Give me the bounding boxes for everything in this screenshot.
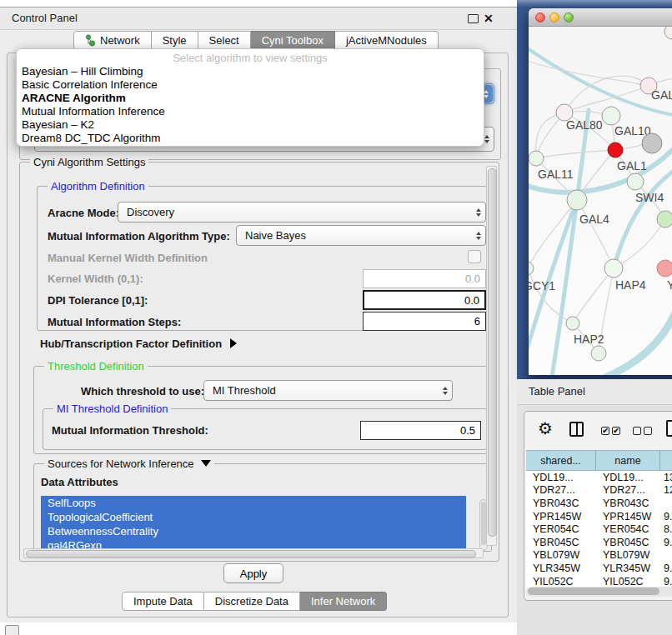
screenshot-root: Control Panel ✕ Network Style Select: [0, 0, 672, 635]
tab-label: Impute Data: [133, 595, 193, 608]
network-node[interactable]: [608, 142, 623, 158]
table-toolbar: ⚙ ✔ ✔: [524, 412, 672, 448]
network-edge[interactable]: [529, 60, 649, 86]
network-node[interactable]: [657, 211, 672, 228]
which-threshold-label: Which threshold to use:: [81, 385, 204, 398]
dpi-tolerance-input[interactable]: [363, 290, 486, 310]
document-icon[interactable]: [666, 420, 672, 437]
tab-cyni-toolbox[interactable]: Cyni Toolbox: [251, 31, 335, 50]
network-node[interactable]: [602, 107, 620, 125]
network-node[interactable]: [604, 259, 623, 278]
table-row[interactable]: YIL052CYIL052C9.: [526, 575, 672, 588]
gear-icon[interactable]: ⚙: [538, 418, 553, 438]
table-cell: YIL052C: [596, 576, 660, 588]
column-header[interactable]: [660, 451, 672, 470]
table-row[interactable]: YLR345WYLR345W9.: [526, 562, 672, 575]
select-all-checkbox-icon[interactable]: ✔: [601, 427, 609, 435]
close-icon[interactable]: ✕: [484, 11, 494, 26]
mi-threshold-input[interactable]: [360, 421, 481, 440]
data-attribute-option[interactable]: TopologicalCoefficient: [41, 510, 466, 524]
select-all-checkbox-icon: ✔: [612, 427, 620, 435]
control-panel-title: Control Panel: [12, 8, 78, 29]
data-attributes-label: Data Attributes: [41, 476, 118, 488]
table-horizontal-scrollbar[interactable]: [526, 587, 672, 597]
algorithm-definition-group: Algorithm Definition Aracne Mode: Discov…: [37, 186, 492, 331]
control-panel-tabs: Network Style Select Cyni Toolbox jActiv…: [73, 31, 439, 50]
tab-infer-network[interactable]: Infer Network: [300, 592, 387, 611]
threshold-definition-group: Threshold Definition Which threshold to …: [33, 366, 492, 454]
table-row[interactable]: YBL079WYBL079W: [526, 549, 672, 562]
network-node[interactable]: [642, 133, 662, 153]
algorithm-option[interactable]: ARACNE Algorithm: [22, 92, 479, 105]
algorithm-option[interactable]: Bayesian – K2: [22, 118, 479, 132]
which-threshold-combo[interactable]: MI Threshold: [203, 380, 453, 401]
table-row[interactable]: YDL19...YDL19...13: [526, 471, 672, 484]
table-cell: YBL079W: [596, 549, 660, 561]
tab-discretize-data[interactable]: Discretize Data: [204, 592, 300, 611]
hub-definition-label: Hub/Transcription Factor Definition: [40, 338, 222, 350]
hub-definition-row[interactable]: Hub/Transcription Factor Definition: [40, 336, 237, 351]
table-cell: YDR27...: [526, 484, 596, 496]
tab-label: jActiveMNodules: [346, 34, 427, 47]
network-node[interactable]: [627, 173, 644, 190]
settings-vertical-scrollbar[interactable]: [486, 166, 497, 546]
network-edge[interactable]: [573, 268, 614, 323]
manual-kernel-checkbox[interactable]: [468, 250, 481, 263]
threshold-definition-title: Threshold Definition: [44, 360, 148, 372]
network-node-label: GCY1: [529, 279, 555, 292]
network-view-window: GALGAL80GAL10GAL1GAL11SWI4GAL4GCY1HAP4YH…: [529, 8, 672, 375]
deselect-all-checkbox-icon[interactable]: [633, 427, 641, 435]
tab-style[interactable]: Style: [152, 31, 198, 50]
mi-steps-input[interactable]: [363, 312, 486, 331]
docked-panel-icon[interactable]: [5, 625, 19, 635]
data-attribute-option[interactable]: BetweennessCentrality: [41, 524, 466, 538]
aracne-mode-label: Aracne Mode:: [48, 207, 119, 219]
apply-button[interactable]: Apply: [223, 563, 283, 583]
network-node[interactable]: [566, 317, 579, 330]
tab-impute-data[interactable]: Impute Data: [122, 592, 204, 611]
table-row[interactable]: YPR145WYPR145W9.: [526, 510, 672, 523]
split-columns-icon[interactable]: [569, 422, 584, 437]
algorithm-option[interactable]: Dream8 DC_TDC Algorithm: [22, 132, 479, 145]
network-node[interactable]: [529, 151, 544, 166]
table-row[interactable]: YER054CYER054C8.: [526, 522, 672, 536]
table-row[interactable]: YBR043CYBR043C: [526, 497, 672, 510]
algorithm-option[interactable]: Mutual Information Inference: [22, 105, 479, 118]
network-edge[interactable]: [577, 200, 614, 268]
table-panel-body: ⚙ ✔ ✔ shared... name YDL19...YDL19...13Y…: [524, 411, 672, 601]
kernel-width-input[interactable]: [363, 269, 486, 288]
tab-jactivemnodules[interactable]: jActiveMNodules: [335, 31, 439, 50]
network-node[interactable]: [529, 262, 534, 275]
network-node[interactable]: [567, 190, 587, 210]
combo-stepper-icon: [472, 232, 485, 240]
network-node[interactable]: [657, 260, 672, 277]
mi-type-combo[interactable]: Naive Bayes: [236, 225, 486, 246]
tab-label: Select: [209, 34, 239, 47]
algorithm-option[interactable]: Basic Correlation Inference: [22, 78, 479, 92]
network-window-titlebar[interactable]: [529, 8, 672, 27]
table-row[interactable]: YDR27...YDR27...12: [526, 484, 672, 498]
settings-horizontal-scrollbar[interactable]: [23, 548, 484, 558]
column-header[interactable]: name: [596, 451, 660, 470]
network-node-label: GAL: [651, 88, 672, 102]
data-attribute-option[interactable]: SelfLoops: [41, 496, 466, 510]
close-window-icon[interactable]: [535, 12, 545, 22]
tab-network[interactable]: Network: [73, 31, 152, 50]
tab-label: Discretize Data: [215, 595, 288, 608]
algorithm-option[interactable]: Bayesian – Hill Climbing: [22, 65, 479, 78]
network-node[interactable]: [664, 27, 672, 39]
mi-threshold-group-title: MI Threshold Definition: [53, 402, 171, 415]
network-node[interactable]: [591, 346, 606, 361]
network-edge[interactable]: [536, 150, 615, 158]
network-canvas[interactable]: GALGAL80GAL10GAL1GAL11SWI4GAL4GCY1HAP4YH…: [529, 27, 672, 375]
sources-group-title[interactable]: Sources for Network Inference: [44, 458, 214, 470]
data-attributes-list: SelfLoopsTopologicalCoefficientBetweenne…: [41, 496, 466, 554]
table-row[interactable]: YBR045CYBR045C9.: [526, 536, 672, 549]
tab-select[interactable]: Select: [198, 31, 251, 50]
algorithm-dropdown-popup: Select algorithm to view settings Bayesi…: [16, 48, 484, 147]
float-panel-icon[interactable]: [468, 14, 479, 23]
minimize-window-icon[interactable]: [549, 12, 559, 22]
aracne-mode-combo[interactable]: Discovery: [118, 202, 486, 222]
zoom-window-icon[interactable]: [564, 12, 574, 22]
column-header[interactable]: shared...: [526, 451, 596, 470]
